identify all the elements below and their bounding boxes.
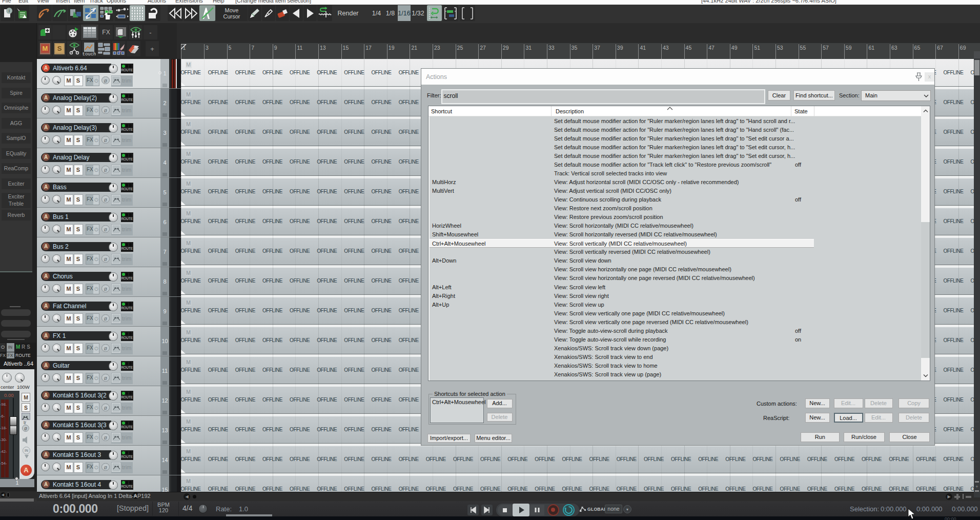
svg-text:S: S xyxy=(57,45,62,52)
svg-text:M: M xyxy=(43,45,48,52)
svg-text:touch: touch xyxy=(83,52,96,56)
